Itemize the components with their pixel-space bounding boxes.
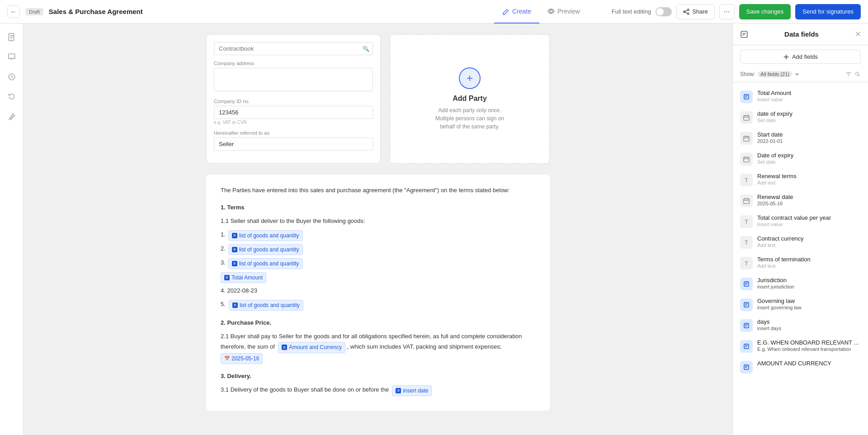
company-address-input[interactable]: [214, 68, 373, 91]
total-amount-chip-icon: B: [224, 275, 230, 280]
field-name-amount-currency: AMOUNT AND CURRENCY: [757, 360, 861, 367]
goods-list: 1. B list of goods and quantity 2. B lis…: [221, 230, 535, 269]
full-text-toggle[interactable]: [656, 7, 672, 16]
referred-as-input[interactable]: [214, 137, 373, 151]
field-item-governing-law[interactable]: Governing lawinsert governing law: [733, 294, 868, 315]
section1-1: 1.1 Seller shall deliver to the Buyer th…: [221, 216, 535, 226]
chip-icon-5: B: [232, 303, 238, 308]
goods-chip-3[interactable]: B list of goods and quantity: [228, 258, 303, 269]
field-icon-total-amount: [740, 90, 753, 103]
search-fields-icon[interactable]: [854, 71, 861, 77]
field-item-days[interactable]: daysinsert days: [733, 315, 868, 336]
field-name-start-date: Start date: [757, 131, 861, 138]
list-item: 1. B list of goods and quantity: [221, 230, 535, 241]
field-icon-date-of-expiry-1: [740, 111, 753, 124]
amount-chip-icon: B: [282, 345, 287, 350]
panel-close-button[interactable]: ✕: [855, 30, 861, 38]
save-changes-button[interactable]: Save changes: [739, 4, 791, 19]
sidebar-icon-document[interactable]: [4, 29, 20, 45]
back-button[interactable]: ←: [7, 5, 20, 18]
svg-rect-9: [744, 116, 749, 121]
document-body: The Parties have entered into this sales…: [206, 175, 550, 411]
party-form: 🔍 Company address Company ID no. e.g. VA…: [206, 34, 381, 164]
add-fields-button[interactable]: Add fields: [740, 50, 861, 64]
topbar-actions: Full text editing Share ⋯ Save changes S…: [612, 4, 861, 19]
filter-icon[interactable]: [845, 71, 852, 77]
add-party-title: Add Party: [453, 95, 487, 103]
sidebar-icon-chat[interactable]: [4, 49, 20, 65]
left-sidebar: [0, 24, 24, 435]
amount-currency-chip[interactable]: B Amount and Currency: [278, 342, 345, 353]
field-item-start-date[interactable]: Start date2022-01-01: [733, 128, 868, 148]
add-party-icon: +: [459, 67, 481, 89]
svg-rect-15: [744, 323, 749, 328]
total-amount-line: B Total Amount: [221, 272, 535, 283]
sidebar-icon-clock[interactable]: [4, 69, 20, 85]
svg-rect-13: [744, 282, 749, 286]
field-icon-jurisdiction: [740, 278, 753, 290]
share-button[interactable]: Share: [676, 4, 715, 19]
field-item-renewal-terms[interactable]: TRenewal termsAdd text: [733, 169, 868, 190]
company-address-field: Company address: [214, 61, 373, 93]
company-name-input[interactable]: [214, 42, 373, 55]
panel-header-icon: [740, 30, 748, 38]
field-info-days: daysinsert days: [757, 318, 861, 331]
data-fields-panel: Data fields ✕ Add fields Show: All field…: [732, 24, 868, 435]
document-area: 🔍 Company address Company ID no. e.g. VA…: [24, 24, 732, 435]
field-item-total-contract-value[interactable]: TTotal contract value per yearInsert val…: [733, 211, 868, 232]
search-icon: 🔍: [363, 46, 369, 52]
calendar-icon-1: 📅: [224, 355, 230, 362]
field-icon-terms-of-termination: T: [740, 257, 753, 270]
insert-date-chip[interactable]: B insert date: [392, 385, 432, 396]
field-value-total-contract-value: Insert value: [757, 222, 861, 227]
field-info-jurisdiction: Jurisdictioninsert jurisdiction: [757, 277, 861, 289]
field-value-total-amount: Insert value: [757, 97, 861, 102]
field-item-amount-currency[interactable]: AMOUNT AND CURRENCY: [733, 356, 868, 377]
sidebar-icon-pin[interactable]: [4, 109, 20, 125]
total-amount-chip[interactable]: B Total Amount: [221, 272, 266, 283]
topbar: ← Draft Sales & Purchase Agreement Creat…: [0, 0, 868, 24]
field-info-eg-onboard: E.G. WHEN ONBOARD RELEVANT ...E.g. When …: [757, 339, 861, 352]
field-name-renewal-date: Renewal date: [757, 194, 861, 200]
field-item-jurisdiction[interactable]: Jurisdictioninsert jurisdiction: [733, 273, 868, 294]
date-chip-1[interactable]: 📅 2025-05-16: [221, 353, 263, 364]
field-item-date-of-expiry-1[interactable]: date of expirySet date: [733, 107, 868, 128]
filter-chevron-icon: [795, 72, 799, 76]
insert-date-icon: B: [396, 388, 401, 393]
svg-point-0: [550, 10, 552, 13]
svg-rect-10: [744, 137, 749, 142]
field-value-terms-of-termination: Add text: [757, 263, 861, 269]
add-fields-icon: [783, 54, 789, 60]
list-item: 2. B list of goods and quantity: [221, 244, 535, 255]
add-party-button[interactable]: + Add Party Add each party only once. Mu…: [390, 34, 550, 164]
main-layout: 🔍 Company address Company ID no. e.g. VA…: [0, 24, 868, 435]
chip-icon-1: B: [232, 233, 237, 238]
item4-line: 4. 2022-08-23: [221, 286, 535, 296]
tab-create[interactable]: Create: [494, 0, 539, 24]
field-item-total-amount[interactable]: Total AmountInsert value: [733, 86, 868, 107]
more-options-button[interactable]: ⋯: [719, 4, 735, 19]
field-item-date-of-expiry-2[interactable]: Date of expirySet date: [733, 148, 868, 169]
chip-icon-3: B: [232, 261, 237, 266]
field-item-eg-onboard[interactable]: E.G. WHEN ONBOARD RELEVANT ...E.g. When …: [733, 336, 868, 356]
field-item-terms-of-termination[interactable]: TTerms of terminationAdd text: [733, 252, 868, 273]
field-item-contract-currency[interactable]: TContract currencyAdd text: [733, 232, 868, 252]
field-icon-date-of-expiry-2: [740, 153, 753, 165]
goods-chip-1[interactable]: B list of goods and quantity: [228, 230, 303, 241]
goods-chip-5[interactable]: B list of goods and quantity: [229, 300, 303, 311]
fields-filter-badge[interactable]: All fields (21): [758, 71, 792, 77]
field-name-renewal-terms: Renewal terms: [757, 173, 861, 180]
send-for-signatures-button[interactable]: Send for signatures: [795, 4, 861, 19]
company-id-input[interactable]: [214, 106, 373, 119]
field-info-renewal-date: Renewal date2025-05-16: [757, 194, 861, 206]
field-item-renewal-date[interactable]: Renewal date2025-05-16: [733, 190, 868, 211]
sidebar-icon-history[interactable]: [4, 89, 20, 105]
field-info-amount-currency: AMOUNT AND CURRENCY: [757, 360, 861, 367]
svg-rect-6: [741, 31, 747, 38]
tab-preview[interactable]: Preview: [539, 0, 588, 24]
field-icon-contract-currency: T: [740, 236, 753, 249]
party-section: 🔍 Company address Company ID no. e.g. VA…: [206, 34, 550, 164]
field-name-total-contract-value: Total contract value per year: [757, 214, 861, 221]
svg-point-1: [688, 9, 689, 10]
goods-chip-2[interactable]: B list of goods and quantity: [228, 244, 303, 255]
